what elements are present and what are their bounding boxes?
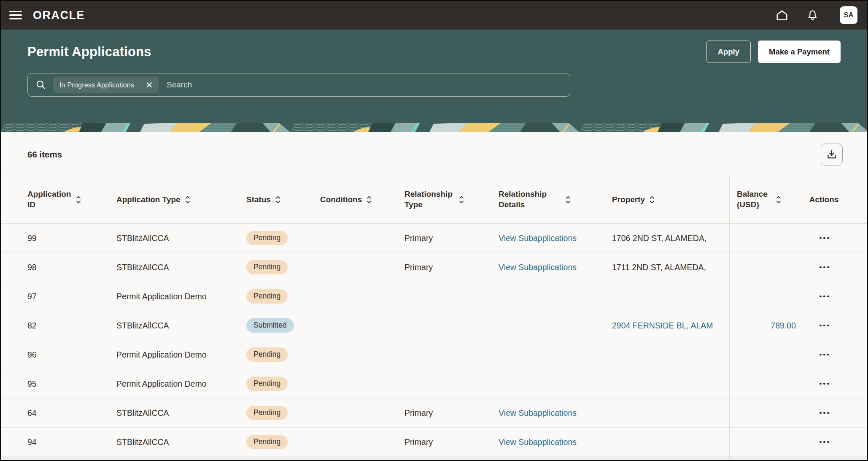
make-a-payment-button[interactable]: Make a Payment [758, 41, 841, 63]
column-header[interactable]: Balance (USD) [729, 189, 798, 210]
sort-icon[interactable] [776, 195, 782, 204]
topbar: ORACLE SA [1, 1, 867, 30]
oracle-logo: ORACLE [33, 9, 85, 22]
cell-status: Pending [246, 289, 320, 304]
cell-balance[interactable]: 789.00 [729, 321, 798, 331]
cell-application-id: 97 [27, 292, 116, 301]
cell-status: Pending [246, 347, 320, 362]
items-count: 66 items [27, 149, 62, 160]
row-actions-menu-icon[interactable] [817, 380, 832, 388]
cell-actions [798, 234, 853, 243]
cell-application-id: 82 [27, 321, 116, 331]
hero-header: Permit Applications Apply Make a Payment… [1, 30, 867, 123]
cell-application-id: 64 [27, 408, 116, 418]
column-header-label: Application ID [27, 189, 71, 210]
cell-relationship-type: Primary [404, 437, 499, 447]
home-icon[interactable] [775, 8, 789, 22]
cell-application-id: 98 [27, 263, 116, 272]
column-header[interactable]: Relationship Type [404, 189, 499, 210]
table-row: 64 STBlitzAllCCA Pending Primary View Su… [1, 399, 867, 428]
content-area: 66 items Application ID Application Type [1, 132, 867, 461]
column-header[interactable]: Status [246, 195, 320, 205]
view-subapplications-link[interactable]: View Subapplications [499, 233, 577, 243]
cell-status: Pending [246, 231, 320, 245]
view-subapplications-link[interactable]: View Subapplications [499, 263, 577, 272]
download-button[interactable] [821, 144, 843, 165]
column-header[interactable]: Actions [798, 195, 853, 205]
chip-close-icon[interactable] [144, 79, 155, 90]
cell-application-type: Permit Application Demo [116, 379, 246, 389]
cell-status: Pending [246, 435, 320, 449]
cell-relationship-type: Primary [404, 408, 499, 418]
table-row: 82 STBlitzAllCCA Submitted 2904 FERNSIDE… [1, 311, 867, 340]
cell-actions [798, 292, 853, 301]
cell-application-type: Permit Application Demo [116, 292, 246, 301]
sort-icon[interactable] [185, 195, 191, 204]
search-icon [35, 79, 46, 90]
status-badge: Submitted [246, 318, 294, 333]
row-actions-menu-icon[interactable] [817, 350, 832, 359]
apply-button[interactable]: Apply [706, 41, 751, 63]
permit-applications-page: ORACLE SA Permit Applications Apply Make… [0, 0, 868, 461]
column-header-label: Property [612, 195, 645, 205]
column-header-label: Status [246, 195, 271, 205]
cell-actions [798, 263, 853, 272]
cell-status: Pending [246, 406, 320, 420]
view-subapplications-link[interactable]: View Subapplications [499, 437, 577, 447]
row-actions-menu-icon[interactable] [817, 292, 832, 301]
status-badge: Pending [246, 377, 288, 391]
cell-property: 1706 2ND ST, ALAMEDA, [612, 233, 729, 243]
status-badge: Pending [246, 289, 288, 304]
sort-icon[interactable] [458, 195, 464, 204]
page-title: Permit Applications [27, 44, 151, 60]
cell-application-type: STBlitzAllCCA [116, 408, 246, 418]
filter-chip-label: In Progress Applications [59, 81, 134, 89]
cell-relationship-details: View Subapplications [499, 437, 612, 447]
cell-relationship-details: View Subapplications [499, 263, 612, 272]
row-actions-menu-icon[interactable] [817, 234, 832, 243]
view-subapplications-link[interactable]: View Subapplications [499, 408, 577, 418]
column-header[interactable]: Application Type [116, 195, 246, 205]
applications-table: Application ID Application Type Status C… [1, 176, 867, 461]
column-header[interactable]: Property [612, 195, 729, 205]
table-row: 95 Permit Application Demo Pending [1, 369, 867, 399]
status-badge: Pending [246, 347, 288, 362]
column-header[interactable]: Application ID [27, 189, 116, 210]
user-avatar[interactable]: SA [840, 6, 857, 24]
hamburger-menu-icon[interactable] [9, 11, 22, 20]
sort-icon[interactable] [275, 195, 281, 204]
row-actions-menu-icon[interactable] [817, 438, 832, 447]
cell-status: Pending [246, 260, 320, 274]
search-bar[interactable]: In Progress Applications [27, 73, 570, 97]
filter-chip-in-progress[interactable]: In Progress Applications [53, 77, 159, 93]
cell-relationship-details: View Subapplications [499, 233, 612, 243]
row-actions-menu-icon[interactable] [817, 409, 832, 418]
column-header[interactable]: Conditions [320, 195, 404, 205]
table-header-row: Application ID Application Type Status C… [1, 176, 867, 224]
cell-actions [798, 321, 853, 330]
sort-icon[interactable] [649, 195, 655, 204]
sort-icon[interactable] [75, 195, 81, 204]
cell-actions [798, 438, 853, 447]
cell-relationship-details: View Subapplications [499, 408, 612, 418]
hero-actions: Apply Make a Payment [706, 41, 841, 63]
cell-application-type: STBlitzAllCCA [116, 233, 246, 243]
column-divider [729, 177, 730, 461]
column-header-label: Balance (USD) [737, 189, 771, 210]
table-body: 99 STBlitzAllCCA Pending Primary View Su… [1, 224, 867, 457]
status-badge: Pending [246, 435, 288, 449]
cell-status: Submitted [246, 318, 320, 333]
row-actions-menu-icon[interactable] [817, 263, 832, 272]
status-badge: Pending [246, 231, 288, 245]
cell-application-type: STBlitzAllCCA [116, 437, 246, 447]
download-icon [826, 149, 837, 160]
column-header[interactable]: Relationship Details [499, 189, 612, 210]
search-input[interactable] [166, 80, 564, 90]
notifications-bell-icon[interactable] [805, 8, 819, 22]
status-badge: Pending [246, 406, 288, 420]
row-actions-menu-icon[interactable] [817, 321, 832, 330]
cell-application-id: 94 [27, 437, 116, 447]
sort-icon[interactable] [565, 195, 571, 204]
cell-property[interactable]: 2904 FERNSIDE BL, ALAM [612, 321, 729, 331]
sort-icon[interactable] [366, 195, 372, 204]
